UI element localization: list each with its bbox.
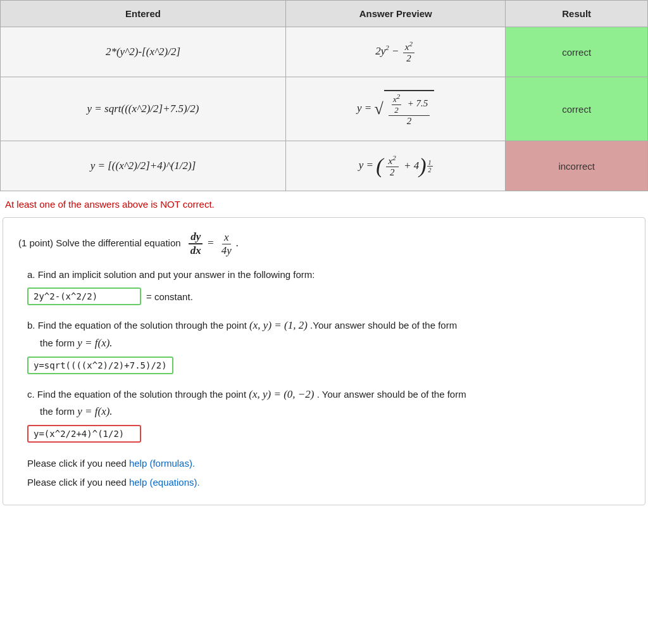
entered-value: 2*(y^2)-[(x^2)/2] bbox=[106, 46, 180, 58]
help-formulas-link[interactable]: help (formulas). bbox=[129, 458, 195, 469]
help2-prefix: Please click if you need bbox=[27, 477, 129, 488]
part-a-text: a. Find an implicit solution and put you… bbox=[27, 267, 630, 282]
problem-part-b: b. Find the equation of the solution thr… bbox=[27, 317, 630, 374]
sqrt-symbol: √ bbox=[375, 101, 383, 117]
part-c-text-suffix: . Your answer should be of the form bbox=[317, 389, 466, 400]
part-b-label: b. bbox=[27, 320, 35, 331]
help1-prefix: Please click if you need bbox=[27, 458, 129, 469]
result-cell: incorrect bbox=[506, 141, 648, 191]
help-line-2: Please click if you need help (equations… bbox=[27, 473, 630, 492]
entered-cell: y = [((x^2)/2]+4)^(1/2)] bbox=[1, 141, 286, 191]
entered-value: y = [((x^2)/2]+4)^(1/2)] bbox=[90, 160, 196, 172]
part-a-description: Find an implicit solution and put your a… bbox=[38, 269, 315, 280]
preview-math-1: 2y2 − x2 2 bbox=[375, 45, 416, 57]
help-links-section: Please click if you need help (formulas)… bbox=[27, 454, 630, 492]
preview-math-3: y = ( x2 2 + 4 ) 1 2 bbox=[359, 159, 433, 171]
part-a-input-row: 2y^2-(x^2/2) = constant. bbox=[27, 287, 630, 305]
problem-intro-text: Solve the differential equation bbox=[56, 237, 180, 248]
right-paren: ) bbox=[419, 155, 426, 177]
part-b-text-prefix: Find the equation of the solution throug… bbox=[38, 320, 247, 331]
part-a-label: a. bbox=[27, 269, 35, 280]
part-b-form-label: the form y = f(x). bbox=[40, 338, 113, 348]
preview-cell: y = ( x2 2 + 4 ) 1 2 bbox=[286, 141, 506, 191]
answer-table: Entered Answer Preview Result 2*(y^2)-[(… bbox=[0, 0, 648, 191]
part-a-suffix: = constant. bbox=[146, 291, 193, 302]
entered-value: y = sqrt(((x^2)/2]+7.5)/2) bbox=[87, 103, 199, 115]
problem-part-c: c. Find the equation of the solution thr… bbox=[27, 386, 630, 443]
diff-eq-math: dy dx = x 4y . bbox=[187, 237, 239, 249]
part-b-point: (x, y) = (1, 2) bbox=[249, 319, 310, 331]
problem-points: (1 point) bbox=[18, 237, 53, 248]
part-b-text: b. Find the equation of the solution thr… bbox=[27, 317, 630, 351]
preview-cell: y = √ x2 2 + 7.5 bbox=[286, 77, 506, 141]
left-paren: ( bbox=[376, 155, 383, 177]
col-header-result: Result bbox=[506, 1, 648, 27]
part-c-form-label: the form y = f(x). bbox=[40, 406, 113, 417]
result-cell: correct bbox=[506, 77, 648, 141]
help-equations-link[interactable]: help (equations). bbox=[129, 477, 200, 488]
entered-cell: 2*(y^2)-[(x^2)/2] bbox=[1, 27, 286, 77]
status-message: At least one of the answers above is NOT… bbox=[0, 191, 648, 217]
problem-intro: (1 point) Solve the differential equatio… bbox=[18, 230, 630, 257]
part-c-text-prefix: Find the equation of the solution throug… bbox=[37, 389, 246, 400]
part-a-input[interactable]: 2y^2-(x^2/2) bbox=[27, 287, 141, 305]
table-row: y = [((x^2)/2]+4)^(1/2)] y = ( x2 2 + 4 … bbox=[1, 141, 648, 191]
part-c-input[interactable]: y=(x^2/2+4)^(1/2) bbox=[27, 425, 141, 443]
col-header-preview: Answer Preview bbox=[286, 1, 506, 27]
problem-part-a: a. Find an implicit solution and put you… bbox=[27, 267, 630, 305]
table-row: y = sqrt(((x^2)/2]+7.5)/2) y = √ x2 bbox=[1, 77, 648, 141]
table-row: 2*(y^2)-[(x^2)/2] 2y2 − x2 2 correct bbox=[1, 27, 648, 77]
col-header-entered: Entered bbox=[1, 1, 286, 27]
result-cell: correct bbox=[506, 27, 648, 77]
problem-box: (1 point) Solve the differential equatio… bbox=[3, 217, 645, 505]
part-b-text-suffix: .Your answer should be of the form bbox=[310, 320, 457, 331]
entered-cell: y = sqrt(((x^2)/2]+7.5)/2) bbox=[1, 77, 286, 141]
preview-math-2: y = √ x2 2 + 7.5 bbox=[357, 102, 434, 114]
part-c-point: (x, y) = (0, −2) bbox=[249, 388, 316, 400]
preview-cell: 2y2 − x2 2 bbox=[286, 27, 506, 77]
part-c-label: c. bbox=[27, 389, 35, 400]
part-b-input[interactable]: y=sqrt((((x^2)/2)+7.5)/2) bbox=[27, 357, 173, 374]
help-line-1: Please click if you need help (formulas)… bbox=[27, 454, 630, 473]
part-c-text: c. Find the equation of the solution thr… bbox=[27, 386, 630, 420]
